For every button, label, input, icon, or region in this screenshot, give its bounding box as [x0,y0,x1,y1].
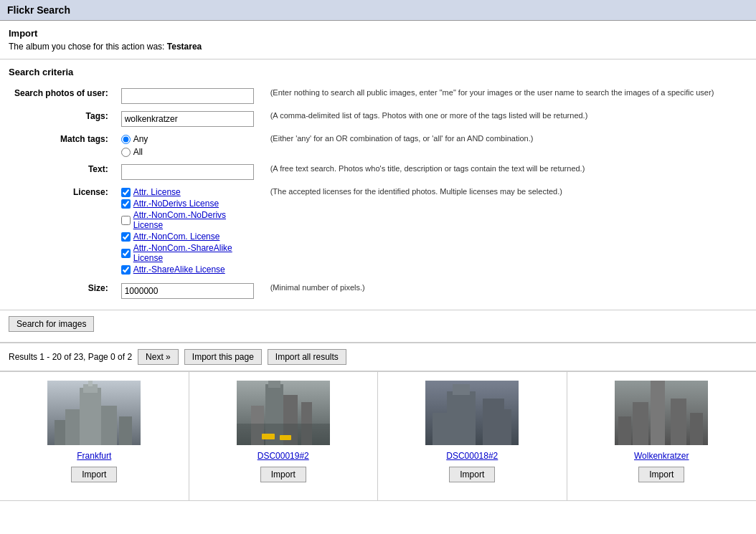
license-link-attr_sharealike[interactable]: Attr.-ShareAlike License [133,264,225,275]
license-item: Attr.-NonCom.-ShareAlike License [121,243,254,263]
license-item: Attr.-NonCom.-NoDerivs License [121,210,254,230]
svg-rect-17 [262,434,275,439]
image-title[interactable]: Frankfurt [77,451,111,461]
user-row: Search photos of user: (Enter nothing to… [9,85,747,108]
search-button-row: Search for images [0,310,756,343]
match-tags-label: Match tags: [9,130,115,161]
match-tags-row: Match tags: Any All (Either 'any' for an… [9,130,747,161]
svg-rect-23 [433,413,447,445]
import-button[interactable]: Import [449,467,495,482]
tags-label: Tags: [9,108,115,130]
license-link-attr_noncom[interactable]: Attr.-NonCom. License [133,232,220,242]
image-thumbnail [615,381,708,445]
license-label-attr_noncom[interactable]: Attr.-NonCom. License [121,232,254,242]
user-label: Search photos of user: [9,85,115,108]
import-heading: Import [9,28,747,39]
search-criteria-section: Search criteria Search photos of user: (… [0,59,756,310]
svg-rect-7 [55,420,65,445]
image-thumbnail [425,381,519,445]
license-link-attr_noderivs[interactable]: Attr.-NoDerivs License [133,199,219,209]
license-row: License: Attr. LicenseAttr.-NoDerivs Lic… [9,183,747,280]
search-criteria-heading: Search criteria [9,67,747,77]
import-button[interactable]: Import [260,467,306,482]
image-cell: DSC00019#2Import [189,372,379,501]
import-button[interactable]: Import [71,467,117,482]
svg-rect-21 [453,384,470,395]
license-link-attr_noncom_noderivs[interactable]: Attr.-NonCom.-NoDerivs License [133,210,254,230]
license-label-attr_sharealike[interactable]: Attr.-ShareAlike License [121,264,254,275]
image-title[interactable]: DSC00019#2 [257,451,309,461]
tags-row: Tags: (A comma-delimited list of tags. P… [9,108,747,130]
text-label: Text: [9,161,115,183]
svg-rect-20 [447,391,476,445]
svg-rect-2 [80,388,101,445]
license-checkbox-attr_noncom_noderivs[interactable] [121,216,131,225]
import-section: Import The album you chose for this acti… [0,21,756,59]
search-button[interactable]: Search for images [9,316,94,332]
match-all-text: All [133,147,143,157]
page-header: Flickr Search [0,0,756,21]
license-list: Attr. LicenseAttr.-NoDerivs LicenseAttr.… [121,187,254,275]
images-grid: FrankfurtImport DSC00019#2Import DSC0001… [0,371,756,501]
svg-rect-6 [101,406,117,445]
svg-rect-24 [497,409,511,445]
license-item: Attr.-NoDerivs License [121,199,254,209]
match-all-radio[interactable] [121,148,131,157]
text-hint: (A free text search. Photos who's title,… [260,161,747,183]
license-link-attr_noncom_sharealike[interactable]: Attr.-NonCom.-ShareAlike License [133,243,254,263]
image-cell: DSC00018#2Import [378,372,567,501]
license-label-attr_noncom_sharealike[interactable]: Attr.-NonCom.-ShareAlike License [121,243,254,263]
tags-hint: (A comma-delimited list of tags. Photos … [260,108,747,130]
import-button[interactable]: Import [638,467,684,482]
svg-rect-31 [671,399,686,445]
license-checkbox-attr_noderivs[interactable] [121,199,131,209]
size-hint: (Minimal number of pixels.) [260,280,747,302]
import-album-name: Testarea [167,42,202,52]
license-checkbox-attr[interactable] [121,188,131,197]
svg-rect-30 [633,402,648,445]
svg-rect-8 [119,416,132,445]
match-any-label[interactable]: Any [121,134,254,144]
image-cell: WolkenkratzerImport [567,372,757,501]
match-tags-group: Any All [121,134,254,157]
search-form: Search photos of user: (Enter nothing to… [9,85,747,302]
results-bar: Results 1 - 20 of 23, Page 0 of 2 Next »… [0,343,756,371]
user-input[interactable] [121,88,254,104]
page-title: Flickr Search [7,4,70,16]
text-input[interactable] [121,164,254,180]
license-checkbox-attr_noncom[interactable] [121,232,131,242]
import-all-button[interactable]: Import all results [268,349,346,365]
match-any-text: Any [133,134,148,144]
image-thumbnail [47,381,141,445]
license-item: Attr. License [121,187,254,197]
license-checkbox-attr_sharealike[interactable] [121,265,131,275]
tags-input[interactable] [121,111,254,127]
svg-rect-5 [65,409,80,445]
text-row: Text: (A free text search. Photos who's … [9,161,747,183]
svg-rect-12 [268,381,280,388]
svg-rect-18 [280,435,291,440]
license-label-attr_noderivs[interactable]: Attr.-NoDerivs License [121,199,254,209]
import-description: The album you chose for this action was:… [9,42,747,52]
license-label-attr_noncom_noderivs[interactable]: Attr.-NonCom.-NoDerivs License [121,210,254,230]
image-cell: FrankfurtImport [0,372,189,501]
image-title[interactable]: Wolkenkratzer [634,451,689,461]
size-input[interactable] [121,283,254,299]
svg-rect-32 [618,416,631,445]
license-hint: (The accepted licenses for the identifie… [260,183,747,280]
license-checkbox-attr_noncom_sharealike[interactable] [121,249,131,258]
svg-rect-4 [88,381,93,386]
svg-rect-16 [237,424,330,445]
match-hint: (Either 'any' for an OR combination of t… [260,130,747,161]
license-label: License: [9,183,115,280]
license-label-attr[interactable]: Attr. License [121,187,254,197]
match-all-label[interactable]: All [121,147,254,157]
match-any-radio[interactable] [121,135,131,144]
license-link-attr[interactable]: Attr. License [133,187,181,197]
size-label: Size: [9,280,115,302]
import-page-button[interactable]: Import this page [184,349,262,365]
svg-rect-26 [651,381,665,445]
user-hint: (Enter nothing to search all public imag… [260,85,747,108]
next-button[interactable]: Next » [138,349,179,365]
image-title[interactable]: DSC00018#2 [446,451,498,461]
